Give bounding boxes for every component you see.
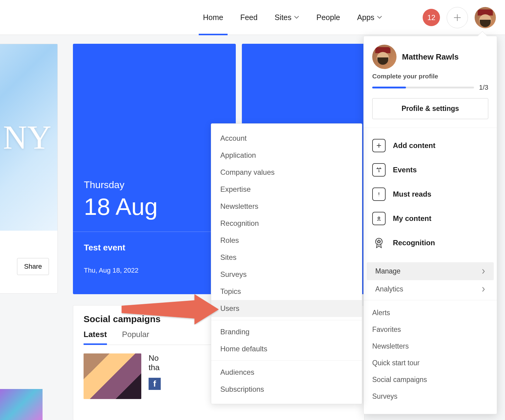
submenu-analytics[interactable]: Analytics: [367, 280, 494, 298]
user-link-list: Alerts Favorites Newsletters Quick start…: [364, 300, 497, 414]
menu-branding[interactable]: Branding: [211, 323, 362, 340]
item-label: Recognition: [393, 239, 435, 247]
link-surveys[interactable]: Surveys: [364, 388, 497, 405]
progress-bar: [372, 87, 474, 88]
nav-people[interactable]: People: [308, 0, 349, 35]
item-label: My content: [393, 214, 431, 223]
add-button[interactable]: [447, 7, 468, 28]
menu-sites[interactable]: Sites: [211, 249, 362, 266]
link-newsletters[interactable]: Newsletters: [364, 338, 497, 355]
event-title: Test event: [84, 243, 225, 253]
chevron-right-icon: [482, 287, 485, 292]
event-dateline: Thu, Aug 18, 2022: [84, 267, 225, 274]
link-quick-start-tour[interactable]: Quick start tour: [364, 355, 497, 371]
submenu-manage[interactable]: Manage: [367, 262, 494, 280]
menu-recognition[interactable]: Recognition: [211, 215, 362, 232]
badge-count: 12: [427, 13, 435, 22]
chevron-right-icon: [482, 269, 485, 274]
progress-fill: [372, 87, 406, 88]
user-name: Matthew Rawls: [402, 52, 459, 62]
nav-feed[interactable]: Feed: [232, 0, 266, 35]
submenu-group-1: Account Application Company values Exper…: [211, 130, 362, 317]
social-post-text: No tha f: [149, 353, 161, 399]
submenu-label: Manage: [375, 267, 400, 275]
item-must-reads[interactable]: Must reads: [364, 182, 497, 206]
menu-surveys[interactable]: Surveys: [211, 266, 362, 283]
share-label: Share: [24, 263, 42, 270]
profile-settings-label: Profile & settings: [401, 105, 459, 112]
chevron-down-icon: [377, 15, 382, 19]
submenu-label: Analytics: [375, 285, 403, 293]
submenu-group-3: Audiences Subscriptions: [211, 360, 362, 398]
event-date: 18 Aug: [84, 193, 225, 221]
nav-actions: 12: [423, 0, 496, 35]
profile-progress: 1/3: [364, 80, 497, 91]
thumbnail-image: [0, 389, 43, 420]
nav-home[interactable]: Home: [194, 0, 232, 35]
event-day: Thursday: [84, 179, 225, 191]
facebook-icon: f: [149, 378, 161, 390]
menu-expertise[interactable]: Expertise: [211, 181, 362, 198]
item-label: Must reads: [393, 190, 431, 198]
notification-badge[interactable]: 12: [423, 9, 440, 26]
profile-settings-button[interactable]: Profile & settings: [372, 98, 488, 119]
profile-prompt: Complete your profile: [364, 71, 497, 80]
menu-account[interactable]: Account: [211, 130, 362, 147]
svg-text:1: 1: [378, 169, 380, 173]
social-post-image: [84, 353, 141, 399]
alert-box-icon: [372, 188, 386, 201]
user-submenu-list: Manage Analytics: [364, 260, 497, 300]
card-title: Work Life a…: [0, 231, 57, 248]
user-icon-list: Add content 1 Events Must reads My conte…: [364, 128, 497, 260]
nav-label: Apps: [357, 13, 374, 22]
top-nav: Home Feed Sites People Apps 12: [0, 0, 505, 35]
share-button[interactable]: Share: [17, 258, 49, 275]
link-alerts[interactable]: Alerts: [364, 305, 497, 321]
folder-user-icon: [372, 212, 386, 225]
item-my-content[interactable]: My content: [364, 206, 497, 231]
submenu-group-2: Branding Home defaults: [211, 320, 362, 357]
item-add-content[interactable]: Add content: [364, 133, 497, 158]
card-logo: NY: [3, 118, 51, 157]
user-menu-header: Matthew Rawls: [364, 36, 497, 71]
social-post-line2: tha: [149, 363, 160, 372]
menu-subscriptions[interactable]: Subscriptions: [211, 381, 362, 398]
tab-popular[interactable]: Popular: [122, 330, 149, 345]
menu-roles[interactable]: Roles: [211, 232, 362, 249]
svg-point-1: [378, 217, 380, 219]
plus-box-icon: [372, 139, 386, 152]
chevron-down-icon: [294, 15, 299, 19]
avatar-button[interactable]: [475, 7, 496, 28]
award-badge-icon: [372, 236, 386, 250]
calendar-icon: 1: [372, 163, 386, 177]
card-worklife[interactable]: NY Work Life a… Share: [0, 44, 58, 294]
nav-apps[interactable]: Apps: [349, 0, 391, 35]
tab-latest[interactable]: Latest: [84, 330, 107, 345]
nav-label: People: [316, 13, 340, 22]
menu-application[interactable]: Application: [211, 147, 362, 164]
nav-sites[interactable]: Sites: [266, 0, 308, 35]
item-label: Events: [393, 166, 417, 174]
nav-label: Home: [203, 13, 223, 22]
nav-label: Sites: [275, 13, 292, 22]
card-hero: NY: [0, 44, 57, 231]
progress-text: 1/3: [479, 84, 488, 91]
manage-submenu: Account Application Company values Exper…: [211, 123, 362, 404]
social-post-line1: No: [149, 353, 159, 363]
link-favorites[interactable]: Favorites: [364, 321, 497, 338]
item-label: Add content: [393, 141, 435, 150]
link-social-campaigns[interactable]: Social campaigns: [364, 371, 497, 388]
user-menu: Matthew Rawls Complete your profile 1/3 …: [363, 36, 497, 414]
menu-audiences[interactable]: Audiences: [211, 364, 362, 381]
menu-topics[interactable]: Topics: [211, 283, 362, 300]
item-events[interactable]: 1 Events: [364, 158, 497, 182]
menu-users[interactable]: Users: [211, 300, 362, 317]
menu-home-defaults[interactable]: Home defaults: [211, 340, 362, 357]
menu-company-values[interactable]: Company values: [211, 164, 362, 181]
item-recognition[interactable]: Recognition: [364, 231, 497, 255]
plus-icon: [453, 13, 462, 22]
avatar: [372, 45, 397, 69]
nav-label: Feed: [240, 13, 258, 22]
menu-newsletters[interactable]: Newsletters: [211, 198, 362, 215]
